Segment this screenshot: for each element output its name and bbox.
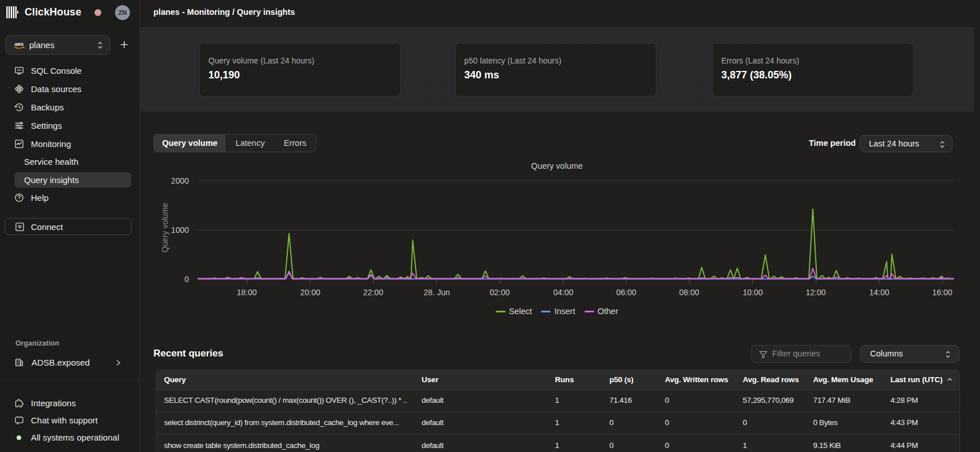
svg-text:aws: aws [14,42,23,47]
